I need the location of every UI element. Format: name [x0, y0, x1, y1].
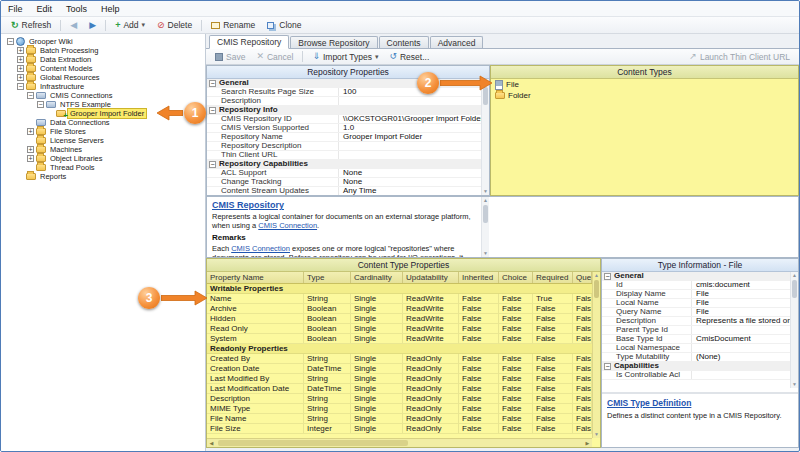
tab-browse-repository[interactable]: Browse Repository [290, 36, 377, 48]
scroll-up-icon[interactable]: ▲ [482, 197, 489, 204]
category-capabilities[interactable]: −Capabilities [602, 362, 790, 371]
reset-button[interactable]: ↺Reset... [385, 51, 433, 63]
table-row-description[interactable]: DescriptionStringSingleReadOnlyFalseFals… [207, 394, 592, 404]
collapse-minus-icon[interactable]: − [604, 273, 611, 280]
table-row-mime-type[interactable]: MIME TypeStringSingleReadOnlyFalseFalseF… [207, 404, 592, 414]
scroll-thumb[interactable] [483, 205, 488, 223]
column-header-required[interactable]: Required [533, 272, 573, 283]
collapse-minus-icon[interactable]: − [7, 38, 14, 45]
cmis-type-definition-link[interactable]: CMIS Type Definition [607, 398, 793, 408]
expand-plus-icon[interactable]: + [17, 47, 24, 54]
scroll-right-icon[interactable]: ▶ [583, 440, 592, 446]
collapse-minus-icon[interactable]: − [17, 83, 24, 90]
category-repository-info[interactable]: −Repository Info [207, 106, 481, 115]
import-types-button[interactable]: ⇓Import Types▾ [308, 51, 382, 63]
table-row-file-size[interactable]: File SizeIntegerSingleReadOnlyFalseFalse… [207, 424, 592, 434]
scroll-down-icon[interactable]: ▼ [791, 381, 798, 388]
property-row-description[interactable]: Description [207, 97, 481, 106]
property-row-acl-support[interactable]: ACL SupportNone [207, 169, 481, 178]
collapse-minus-icon[interactable]: − [27, 92, 34, 99]
help-link-cmis-connection[interactable]: CMIS Connection [258, 221, 317, 230]
collapse-minus-icon[interactable]: − [37, 101, 44, 108]
property-row-display-name[interactable]: Display NameFile [602, 290, 790, 299]
menu-help[interactable]: Help [94, 1, 127, 16]
scroll-up-icon[interactable]: ▲ [791, 272, 798, 279]
table-row-system[interactable]: SystemBooleanSingleReadWriteFalseFalseFa… [207, 334, 592, 344]
menu-tools[interactable]: Tools [59, 1, 94, 16]
column-header-inherited[interactable]: Inherited [459, 272, 499, 283]
column-header-property-name[interactable]: Property Name [207, 272, 304, 283]
column-header-cardinality[interactable]: Cardinality [351, 272, 403, 283]
property-row-local-namespace[interactable]: Local Namespace [602, 344, 790, 353]
scroll-left-icon[interactable]: ◀ [207, 440, 216, 446]
expand-plus-icon[interactable]: + [17, 74, 24, 81]
property-row-cmis-version-supported[interactable]: CMIS Version Supported1.0 [207, 124, 481, 133]
tab-cmis-repository[interactable]: CMIS Repository [209, 35, 289, 49]
tree-item-file-stores[interactable]: +File Stores [1, 127, 205, 136]
forward-button[interactable]: ▶ [83, 19, 102, 32]
tree-item-license-servers[interactable]: License Servers [1, 136, 205, 145]
add-button[interactable]: +Add▾ [109, 18, 151, 32]
menu-file[interactable]: File [1, 1, 30, 16]
scrollbar-vertical[interactable]: ▲ ▼ [481, 197, 489, 257]
scroll-up-icon[interactable]: ▲ [593, 272, 600, 279]
property-row-is-controllable-acl[interactable]: Is Controllable Acl [602, 371, 790, 380]
rename-button[interactable]: Rename [205, 18, 261, 32]
tab-contents[interactable]: Contents [379, 36, 429, 48]
refresh-button[interactable]: ↻Refresh [5, 18, 57, 32]
cancel-button[interactable]: ✕Cancel [252, 51, 297, 63]
table-row-archive[interactable]: ArchiveBooleanSingleReadWriteFalseFalseF… [207, 304, 592, 314]
table-row-created-by[interactable]: Created ByStringSingleReadOnlyFalseFalse… [207, 354, 592, 364]
property-row-parent-type-id[interactable]: Parent Type Id [602, 326, 790, 335]
scrollbar-horizontal[interactable]: ◀ ▶ [207, 438, 592, 447]
scroll-down-icon[interactable]: ▼ [593, 431, 600, 438]
scroll-down-icon[interactable]: ▼ [482, 188, 489, 195]
property-row-repository-description[interactable]: Repository Description [207, 142, 481, 151]
expand-plus-icon[interactable]: + [17, 65, 24, 72]
expand-plus-icon[interactable]: + [27, 155, 34, 162]
property-row-repository-name[interactable]: Repository NameGrooper Import Folder [207, 133, 481, 142]
collapse-minus-icon[interactable]: − [209, 161, 216, 168]
tree-item-cmis-connections[interactable]: −CMIS Connections [1, 91, 205, 100]
column-header-choice[interactable]: Choice [499, 272, 533, 283]
tree-item-object-libraries[interactable]: +Object Libraries [1, 154, 205, 163]
collapse-minus-icon[interactable]: − [604, 363, 611, 370]
table-row-file-name[interactable]: File NameStringSingleReadOnlyFalseFalseF… [207, 414, 592, 424]
column-header-query[interactable]: Query... [573, 272, 592, 283]
save-button[interactable]: Save [211, 51, 249, 63]
tree-item-reports[interactable]: Reports [1, 172, 205, 181]
column-header-updatability[interactable]: Updatability [403, 272, 459, 283]
collapse-minus-icon[interactable]: − [209, 80, 216, 87]
property-row-content-stream-updates[interactable]: Content Stream UpdatesAny Time [207, 187, 481, 195]
tab-advanced[interactable]: Advanced [430, 36, 484, 48]
expand-plus-icon[interactable]: + [27, 146, 34, 153]
property-row-description[interactable]: DescriptionRepresents a file stored on t… [602, 317, 790, 326]
scrollbar-vertical[interactable]: ▲ ▼ [592, 272, 600, 438]
expand-plus-icon[interactable]: + [17, 56, 24, 63]
property-row-local-name[interactable]: Local NameFile [602, 299, 790, 308]
category-general[interactable]: −General [602, 272, 790, 281]
property-row-base-type-id[interactable]: Base Type IdCmisDocument [602, 335, 790, 344]
scrollbar-vertical[interactable]: ▲ ▼ [790, 272, 798, 388]
delete-button[interactable]: ⊘Delete [151, 18, 198, 32]
table-row-creation-date[interactable]: Creation DateDateTimeSingleReadOnlyFalse… [207, 364, 592, 374]
menu-edit[interactable]: Edit [30, 1, 60, 16]
scroll-thumb[interactable] [218, 440, 408, 446]
help-title-link[interactable]: CMIS Repository [212, 200, 476, 210]
scrollbar-vertical[interactable]: ▲ ▼ [481, 79, 489, 195]
clone-button[interactable]: Clone [261, 18, 307, 32]
table-row-last-modified-by[interactable]: Last Modified ByStringSingleReadOnlyFals… [207, 374, 592, 384]
property-row-type-mutability[interactable]: Type Mutability(None) [602, 353, 790, 362]
property-row-query-name[interactable]: Query NameFile [602, 308, 790, 317]
tree-item-infrastructure[interactable]: −Infrastructure [1, 82, 205, 91]
table-row-read-only[interactable]: Read OnlyBooleanSingleReadWriteFalseFals… [207, 324, 592, 334]
property-row-cmis-repository-id[interactable]: CMIS Repository ID\\OKCSTOGR01\Grooper I… [207, 115, 481, 124]
content-type-folder[interactable]: Folder [491, 90, 798, 101]
property-row-id[interactable]: Idcmis:document [602, 281, 790, 290]
expand-plus-icon[interactable]: + [27, 128, 34, 135]
scroll-thumb[interactable] [792, 280, 797, 298]
property-row-change-tracking[interactable]: Change TrackingNone [207, 178, 481, 187]
collapse-minus-icon[interactable]: − [209, 107, 216, 114]
help-link-cmis-connection[interactable]: CMIS Connection [231, 244, 290, 253]
scroll-thumb[interactable] [594, 280, 599, 298]
